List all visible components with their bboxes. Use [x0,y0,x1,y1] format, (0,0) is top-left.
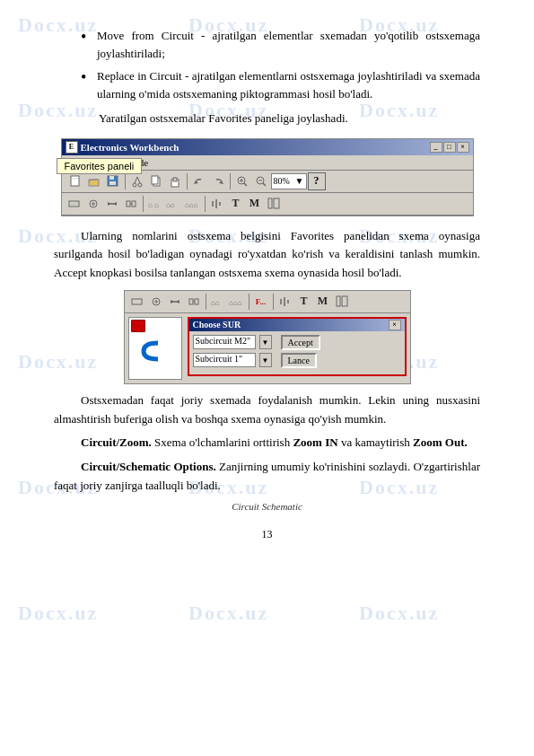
dlg-tb7[interactable]: F... [252,293,270,311]
red-icon [131,320,145,332]
tb-redo[interactable] [209,172,227,190]
help-button[interactable]: ? [308,172,326,190]
svg-rect-0 [71,176,79,186]
para4-label: Circuit/Schematic Options. [81,460,216,473]
choose-arrow-2[interactable]: ▼ [259,353,272,367]
accept-button[interactable]: Accept [281,335,320,350]
c-shape-container [129,334,181,372]
para3-zoom-out: Zoom Out. [413,435,468,449]
svg-marker-14 [194,180,198,184]
dialog-inner: Choose SUR × Subcircuit M2" ▼ Accept [125,313,410,383]
svg-rect-58 [337,296,340,306]
svg-point-6 [133,183,136,187]
watermark: Docx.uz [359,602,439,625]
tb-cut[interactable] [128,172,146,190]
dlg-tb4[interactable] [185,293,203,311]
choose-input-1[interactable]: Subcircuit M2" [193,335,256,349]
choose-body: Subcircuit M2" ▼ Accept Subcircuit 1" ▼ [189,331,405,374]
tb-r1-btn4[interactable] [122,195,140,213]
dlg-tb2[interactable] [147,293,165,311]
window-outer: E Electronics Workbench _ □ × File nsow … [61,138,474,216]
toolbar-sep-3 [230,173,231,189]
choose-arrow-1[interactable]: ▼ [259,335,272,349]
choose-input-2[interactable]: Subcircuit 1" [193,353,256,367]
tb-paste[interactable] [166,172,184,190]
bullet-list: • Move from Circuit - ajratilgan element… [81,27,480,102]
tb-r1-btn2[interactable] [84,195,102,213]
zoom-arrow-icon: ▼ [295,176,304,186]
choose-close[interactable]: × [389,320,401,330]
paragraph-3: Circuit/Zoom. Sxema o'lchamlarini orttir… [54,434,480,453]
toolbar-row2: ⌂⌂ ⌂⌂ ⌂⌂⌂ T M [62,193,473,215]
tb-zoom-out[interactable] [252,172,270,190]
screenshot-area: E Electronics Workbench _ □ × File nsow … [54,138,480,216]
paragraph-1: Ularning nomlarini ostsxema belgisini Fa… [54,227,480,283]
svg-rect-5 [109,181,116,185]
dialog-toolbar: ⌂⌂ ⌂⌂⌂ F... T M [125,291,410,313]
choose-title: Choose SUR [193,320,241,330]
para3-label: Circuit/Zoom. [81,435,152,449]
zoom-dropdown[interactable]: 80% ▼ [271,173,307,189]
window-titlebar: E Electronics Workbench _ □ × [62,139,473,155]
dialog-left-panel [128,317,182,380]
tb-open[interactable] [85,172,103,190]
dlg-tb6[interactable]: ⌂⌂⌂ [228,293,246,311]
tb-r1-btn1[interactable] [66,195,83,213]
tb-save[interactable] [104,172,122,190]
svg-marker-49 [176,300,179,303]
window-controls: _ □ × [430,142,469,153]
indent-paragraph: Yaratilgan ostsxemalar Favorites panelig… [99,110,480,127]
tb-new[interactable] [66,172,84,190]
choose-dialog: Choose SUR × Subcircuit M2" ▼ Accept [188,317,407,376]
choose-row-2: Subcircuit 1" ▼ Lance [193,353,401,368]
zoom-value: 80% [274,176,290,186]
svg-rect-51 [195,299,198,304]
svg-text:⌂⌂⌂: ⌂⌂⌂ [229,299,242,307]
favorites-label: Favorites paneli [57,158,143,174]
tb-undo[interactable] [190,172,208,190]
tb-copy[interactable] [147,172,165,190]
svg-point-7 [138,183,142,187]
svg-text:⌂⌂: ⌂⌂ [211,299,220,307]
choose-btns: Accept [279,335,320,350]
close-button[interactable]: × [457,142,469,153]
maximize-button[interactable]: □ [443,142,456,153]
tb-r1-btn5[interactable]: ⌂⌂ [146,195,164,213]
tb-r1-grid[interactable] [265,195,283,213]
svg-rect-4 [109,176,114,180]
tb-zoom-in[interactable] [233,172,251,190]
svg-rect-43 [132,299,142,304]
svg-rect-59 [342,296,347,306]
tb-r1-T[interactable]: T [227,195,245,213]
svg-rect-11 [152,176,158,184]
svg-text:⌂: ⌂ [154,201,159,209]
dlg-tb-T[interactable]: T [295,293,313,311]
c-shape-svg [136,338,163,365]
svg-rect-41 [268,198,272,208]
lance-button[interactable]: Lance [281,353,317,368]
window-icon: E [66,141,78,154]
bullet-item-1: • Move from Circuit - ajratilgan element… [81,27,480,62]
dlg-tb-grid[interactable] [333,293,351,311]
svg-text:⌂: ⌂ [148,201,153,209]
dlg-tb3[interactable] [166,293,184,311]
tb-r1-M[interactable]: M [246,195,264,213]
tb-r1-btn6[interactable]: ⌂⌂ [165,195,183,213]
toolbar-sep-2 [187,173,188,189]
tb-r1-rotate[interactable] [208,195,226,213]
dlg-tb5[interactable]: ⌂⌂ [209,293,227,311]
circuit-schematic-label: Circuit Schematic [54,501,480,512]
dlg-tb8[interactable] [276,293,294,311]
bullet-text-1: Move from Circuit - ajratilgan elementla… [97,27,480,62]
tb2-sep2 [205,196,206,212]
dlg-tb1[interactable] [128,293,146,311]
dlg-tb-M[interactable]: M [314,293,332,311]
dlg-sep1 [206,294,206,310]
tb-r1-btn3[interactable] [103,195,121,213]
svg-rect-32 [132,201,136,207]
svg-marker-15 [219,180,223,184]
dlg-sep2 [249,294,249,310]
tb-r1-btn7[interactable]: ⌂⌂⌂ [184,195,202,213]
minimize-button[interactable]: _ [430,142,442,153]
bullet-dot-2: • [81,67,97,88]
